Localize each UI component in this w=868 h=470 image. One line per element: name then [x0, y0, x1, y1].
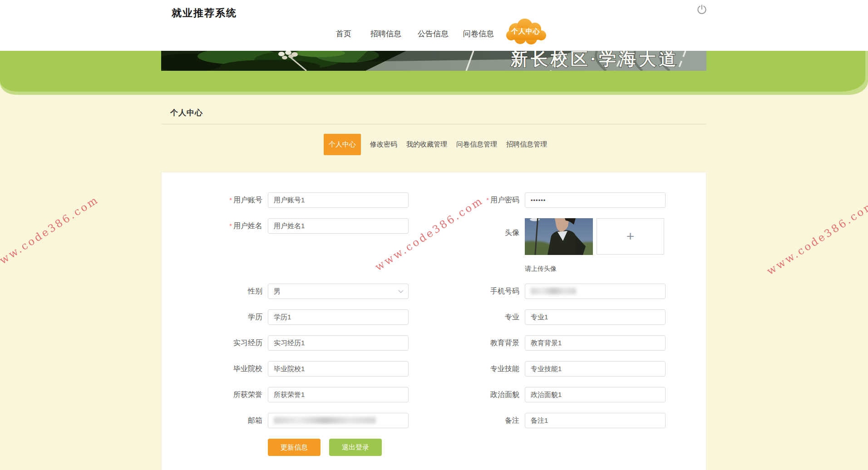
email-input[interactable] — [268, 413, 409, 428]
field-email: 邮箱 — [212, 413, 409, 428]
power-icon[interactable] — [696, 4, 708, 15]
honors-input[interactable] — [268, 387, 409, 402]
gender-value: 男 — [274, 287, 281, 295]
major-label: 专业 — [469, 309, 525, 325]
school-input[interactable] — [268, 361, 409, 377]
account-input[interactable] — [268, 192, 409, 208]
field-account: *用户账号 — [212, 192, 409, 208]
field-gender: 性别 男 — [212, 284, 409, 299]
required-mark: * — [486, 196, 489, 204]
edu-background-input[interactable] — [525, 335, 666, 351]
field-political: 政治面貌 — [469, 387, 706, 402]
political-input[interactable] — [525, 387, 666, 402]
nav-item-personal-center-label: 个人中心 — [504, 27, 547, 36]
nav-item-survey[interactable]: 问卷信息 — [463, 29, 494, 39]
field-password: *用户密码 — [469, 192, 706, 208]
internship-input[interactable] — [268, 335, 409, 351]
profile-form: *用户账号 *用户密码 *用户姓名 头像 — [162, 172, 706, 456]
field-school: 毕业院校 — [212, 361, 409, 377]
divider — [161, 124, 706, 124]
email-label: 邮箱 — [212, 413, 268, 428]
phone-input[interactable] — [525, 284, 666, 299]
required-mark: * — [229, 196, 232, 204]
skills-label: 专业技能 — [469, 361, 525, 377]
gender-label: 性别 — [212, 284, 268, 299]
chevron-down-icon — [398, 290, 404, 294]
update-info-button[interactable]: 更新信息 — [268, 439, 321, 456]
tab-personal-center[interactable]: 个人中心 — [324, 134, 361, 155]
redacted-phone-value — [531, 288, 576, 294]
form-actions: 更新信息 退出登录 — [268, 439, 409, 456]
page: 就业推荐系统 首页 招聘信息 公告信息 问卷信息 — [0, 0, 868, 470]
header: 就业推荐系统 首页 招聘信息 公告信息 问卷信息 — [0, 0, 868, 51]
field-edu-background: 教育背景 — [469, 335, 706, 351]
required-mark: * — [229, 222, 232, 230]
nav-item-personal-center[interactable]: 个人中心 — [504, 18, 547, 44]
skills-input[interactable] — [525, 361, 666, 377]
education-label: 学历 — [212, 309, 268, 325]
redacted-email-value — [274, 417, 376, 424]
field-phone: 手机号码 — [469, 284, 706, 299]
field-avatar: 头像 — [469, 218, 706, 273]
nav-item-recruit[interactable]: 招聘信息 — [370, 29, 401, 39]
logout-button[interactable]: 退出登录 — [329, 439, 382, 456]
field-internship: 实习经历 — [212, 335, 409, 351]
political-label: 政治面貌 — [469, 387, 525, 402]
tab-favorites-manage[interactable]: 我的收藏管理 — [406, 140, 447, 149]
phone-label: 手机号码 — [469, 284, 525, 299]
honors-label: 所获荣誉 — [212, 387, 268, 402]
gender-select[interactable]: 男 — [268, 284, 409, 299]
major-input[interactable] — [525, 309, 666, 325]
field-major: 专业 — [469, 309, 706, 325]
watermark: www.code386.com — [0, 193, 101, 272]
tab-recruit-manage[interactable]: 招聘信息管理 — [506, 140, 547, 149]
remark-input[interactable] — [525, 413, 666, 428]
tab-bar: 个人中心 修改密码 我的收藏管理 问卷信息管理 招聘信息管理 — [324, 134, 706, 155]
field-remark: 备注 — [469, 413, 706, 428]
education-input[interactable] — [268, 309, 409, 325]
avatar-upload-box[interactable]: + — [597, 218, 664, 255]
field-skills: 专业技能 — [469, 361, 706, 377]
avatar-label: 头像 — [469, 229, 525, 237]
nav-item-notice[interactable]: 公告信息 — [418, 29, 449, 39]
banner-caption: 新长校区·学海大道 — [510, 51, 679, 69]
password-label: 用户密码 — [490, 196, 519, 204]
name-input[interactable] — [268, 218, 409, 234]
profile-form-card: *用户账号 *用户密码 *用户姓名 头像 — [161, 172, 706, 470]
password-input[interactable] — [525, 192, 666, 208]
remark-label: 备注 — [469, 413, 525, 428]
avatar-upload-hint: 请上传头像 — [525, 265, 664, 273]
field-name: *用户姓名 — [212, 218, 409, 234]
plus-icon: + — [626, 230, 635, 243]
page-title: 个人中心 — [170, 108, 706, 118]
edu-background-label: 教育背景 — [469, 335, 525, 351]
name-label: 用户姓名 — [233, 222, 262, 230]
field-honors: 所获荣誉 — [212, 387, 409, 402]
app-title: 就业推荐系统 — [172, 6, 237, 20]
school-label: 毕业院校 — [212, 361, 268, 377]
avatar-photo[interactable] — [525, 218, 593, 255]
banner-image: 新长校区·学海大道 — [161, 51, 706, 71]
account-label: 用户账号 — [233, 196, 262, 204]
banner-road-scene: 新长校区·学海大道 — [161, 51, 706, 71]
main-content: 个人中心 个人中心 修改密码 我的收藏管理 问卷信息管理 招聘信息管理 *用户账… — [161, 92, 706, 470]
tab-survey-manage[interactable]: 问卷信息管理 — [456, 140, 497, 149]
watermark: www.code386.com — [764, 198, 868, 277]
internship-label: 实习经历 — [212, 335, 268, 351]
tab-change-password[interactable]: 修改密码 — [370, 140, 397, 149]
nav-item-home[interactable]: 首页 — [336, 29, 351, 39]
field-education: 学历 — [212, 309, 409, 325]
